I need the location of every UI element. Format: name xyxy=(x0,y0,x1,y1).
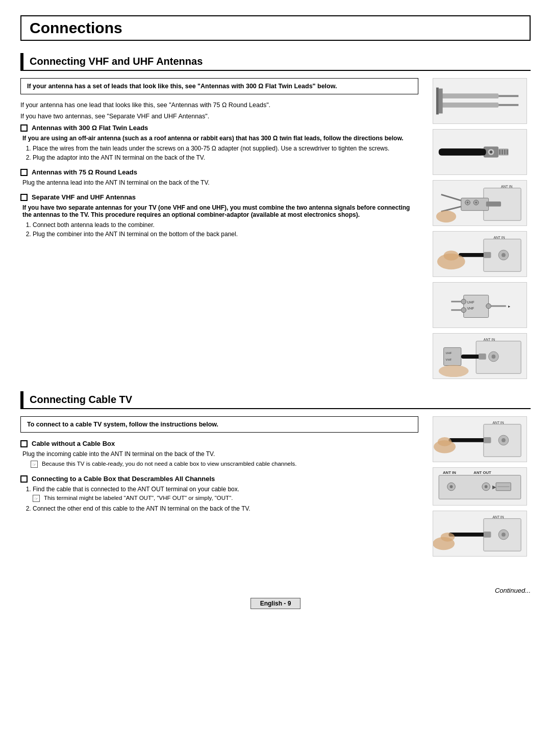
svg-rect-33 xyxy=(458,253,486,257)
subsection-round-leads: Antennas with 75 Ω Round Leads Plug the … xyxy=(20,168,418,186)
descramble-step-2: Connect the other end of this cable to t… xyxy=(33,505,418,512)
svg-rect-15 xyxy=(438,148,486,156)
svg-point-28 xyxy=(436,211,456,222)
svg-rect-52 xyxy=(461,355,481,359)
note-icon-2: ☞ xyxy=(33,495,40,502)
svg-rect-49 xyxy=(443,347,461,365)
svg-rect-9 xyxy=(499,149,500,155)
page-title: Connections xyxy=(20,15,531,41)
flat-twin-checkbox xyxy=(20,124,28,132)
diagram-cable-ant-in: ANT IN xyxy=(433,416,527,462)
subsection-no-box: Cable without a Cable Box Plug the incom… xyxy=(20,440,418,468)
svg-text:►: ► xyxy=(507,305,511,308)
flat-twin-body: If you are using an off-air antenna (suc… xyxy=(22,135,418,142)
diagram-combiner: UHF VHF ► xyxy=(433,282,527,328)
svg-point-78 xyxy=(502,533,506,537)
section-vhf-uhf: Connecting VHF and UHF Antennas If your … xyxy=(20,53,531,379)
svg-point-60 xyxy=(502,438,506,442)
separate-step-2: Plug the combiner into the ANT IN termin… xyxy=(33,231,418,238)
subsection-separate: Separate VHF and UHF Antennas If you hav… xyxy=(20,193,418,238)
svg-point-36 xyxy=(443,250,458,261)
flat-twin-title: Antennas with 300 Ω Flat Twin Leads xyxy=(20,124,418,132)
separate-checkbox xyxy=(20,194,28,201)
svg-text:ANT IN: ANT IN xyxy=(493,236,505,239)
svg-text:ANT IN: ANT IN xyxy=(442,470,456,475)
section1-diagrams: ANT IN xyxy=(429,78,531,379)
separate-step-1: Connect both antenna leads to the combin… xyxy=(33,221,418,229)
svg-text:ANT IN: ANT IN xyxy=(501,185,512,188)
svg-rect-62 xyxy=(483,437,491,443)
svg-rect-53 xyxy=(479,354,486,360)
section1-info-box: If your antenna has a set of leads that … xyxy=(20,78,418,94)
flat-twin-step-2: Plug the adaptor into the ANT IN termina… xyxy=(33,154,418,161)
section1-info-text1: If your antenna has one lead that looks … xyxy=(20,102,418,109)
svg-line-26 xyxy=(441,194,461,200)
round-leads-text: Plug the antenna lead into the ANT IN te… xyxy=(22,179,418,186)
separate-steps: Connect both antenna leads to the combin… xyxy=(33,221,418,238)
svg-rect-11 xyxy=(504,149,505,155)
subsection-flat-twin: Antennas with 300 Ω Flat Twin Leads If y… xyxy=(20,124,418,161)
separate-body: If you have two separate antennas for yo… xyxy=(22,204,418,218)
svg-rect-10 xyxy=(502,149,503,155)
svg-point-56 xyxy=(438,365,468,377)
continued-text: Continued... xyxy=(495,587,531,594)
svg-rect-0 xyxy=(438,93,498,98)
svg-text:VHF: VHF xyxy=(445,358,452,361)
flat-twin-steps: Place the wires from the twin leads unde… xyxy=(33,145,418,161)
svg-text:ANT IN: ANT IN xyxy=(492,421,504,424)
descramble-checkbox xyxy=(20,475,28,483)
svg-rect-12 xyxy=(506,149,508,155)
svg-text:ANT IN: ANT IN xyxy=(492,515,504,519)
section2-diagrams: ANT IN ANT IN xyxy=(429,416,531,557)
descramble-steps1: Find the cable that is connected to the … xyxy=(33,486,418,493)
section2-info-box: To connect to a cable TV system, follow … xyxy=(20,416,418,433)
svg-point-55 xyxy=(491,355,495,359)
no-box-note: ☞ Because this TV is cable-ready, you do… xyxy=(31,461,418,468)
svg-point-42 xyxy=(486,304,491,309)
separate-title: Separate VHF and UHF Antennas xyxy=(20,193,418,201)
svg-text:UHF: UHF xyxy=(467,300,474,304)
svg-rect-61 xyxy=(448,438,486,442)
descramble-steps2: Connect the other end of this cable to t… xyxy=(33,505,418,512)
section1-heading: Connecting VHF and UHF Antennas xyxy=(20,53,531,71)
section2-heading: Connecting Cable TV xyxy=(20,391,531,409)
svg-rect-3 xyxy=(498,95,518,97)
descramble-title: Connecting to a Cable Box that Descrambl… xyxy=(20,475,418,483)
svg-point-14 xyxy=(489,150,492,154)
diagram-ant-in-ant-out: ANT IN ANT OUT ▶ xyxy=(433,467,527,506)
svg-point-82 xyxy=(440,533,454,542)
svg-point-68 xyxy=(449,485,453,488)
svg-rect-2 xyxy=(438,89,442,114)
svg-text:ANT IN: ANT IN xyxy=(483,338,494,341)
section-cable-tv: Connecting Cable TV To connect to a cabl… xyxy=(20,391,531,557)
round-leads-checkbox xyxy=(20,169,28,176)
svg-rect-4 xyxy=(498,104,518,106)
descramble-step-1: Find the cable that is connected to the … xyxy=(33,486,418,493)
no-box-text: Plug the incoming cable into the ANT IN … xyxy=(22,450,418,458)
diagram-round-lead xyxy=(433,129,527,175)
svg-text:UHF: UHF xyxy=(445,351,452,355)
svg-point-32 xyxy=(502,253,506,257)
svg-rect-80 xyxy=(483,532,491,538)
svg-point-40 xyxy=(461,299,466,304)
svg-text:VHF: VHF xyxy=(467,307,474,310)
subsection-descramble: Connecting to a Cable Box that Descrambl… xyxy=(20,475,418,512)
diagram-hand-plug-round: ANT IN xyxy=(433,231,527,277)
flat-twin-step-1: Place the wires from the twin leads unde… xyxy=(33,145,418,152)
svg-rect-5 xyxy=(436,88,438,115)
diagram-adapter-screws: ANT IN xyxy=(433,180,527,226)
svg-rect-25 xyxy=(486,201,500,207)
svg-point-71 xyxy=(484,485,487,488)
no-box-title: Cable without a Cable Box xyxy=(20,440,418,447)
round-leads-title: Antennas with 75 Ω Round Leads xyxy=(20,168,418,176)
note-icon-1: ☞ xyxy=(31,461,38,468)
diagram-flat-twin-antenna xyxy=(433,78,527,124)
svg-rect-34 xyxy=(483,252,491,258)
svg-point-41 xyxy=(461,308,466,313)
no-box-checkbox xyxy=(20,440,28,447)
page-number: English - 9 xyxy=(251,598,301,609)
section1-info-text2: If you have two antennas, see "Separate … xyxy=(20,113,418,120)
descramble-note: ☞ This terminal might be labeled "ANT OU… xyxy=(33,495,418,502)
svg-text:ANT OUT: ANT OUT xyxy=(473,470,491,475)
svg-point-64 xyxy=(437,437,451,446)
